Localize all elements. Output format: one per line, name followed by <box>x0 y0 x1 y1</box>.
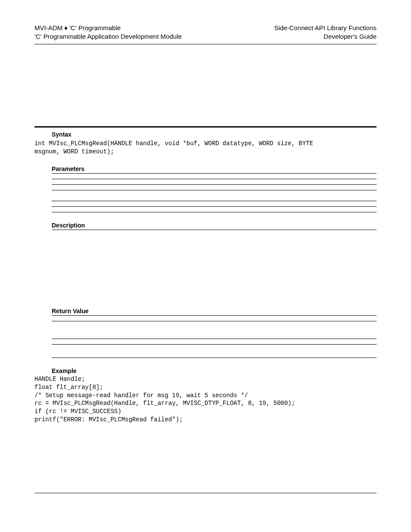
description-heading: Description <box>52 222 377 229</box>
table-row <box>52 358 377 358</box>
page: MVI-ADM ♦ 'C' Programmable 'C' Programma… <box>0 0 411 532</box>
header-left: MVI-ADM ♦ 'C' Programmable 'C' Programma… <box>34 24 182 40</box>
syntax-heading: Syntax <box>52 131 377 138</box>
parameters-heading: Parameters <box>52 165 377 172</box>
syntax-code: int MVIsc_PLCMsgRead(HANDLE handle, void… <box>34 140 377 156</box>
example-heading: Example <box>52 367 377 374</box>
example-code: HANDLE Handle; float flt_array[8]; /* Se… <box>34 375 377 424</box>
header-right: Side-Connect API Library Functions Devel… <box>274 24 377 40</box>
description-body <box>34 230 377 308</box>
header-left-line2: 'C' Programmable Application Development… <box>34 32 182 41</box>
parameters-table <box>52 174 377 212</box>
top-section-rule <box>34 126 377 128</box>
page-header: MVI-ADM ♦ 'C' Programmable 'C' Programma… <box>34 24 377 40</box>
content-area: Syntax int MVIsc_PLCMsgRead(HANDLE handl… <box>34 126 377 424</box>
return-value-table <box>52 316 377 358</box>
footer-divider <box>34 493 377 493</box>
header-left-line1: MVI-ADM ♦ 'C' Programmable <box>34 24 182 32</box>
header-right-line1: Side-Connect API Library Functions <box>274 24 377 32</box>
return-value-heading: Return Value <box>52 308 377 314</box>
page-footer <box>34 493 377 493</box>
header-right-line2: Developer's Guide <box>274 32 377 41</box>
table-row <box>52 212 377 212</box>
header-divider <box>34 44 377 44</box>
